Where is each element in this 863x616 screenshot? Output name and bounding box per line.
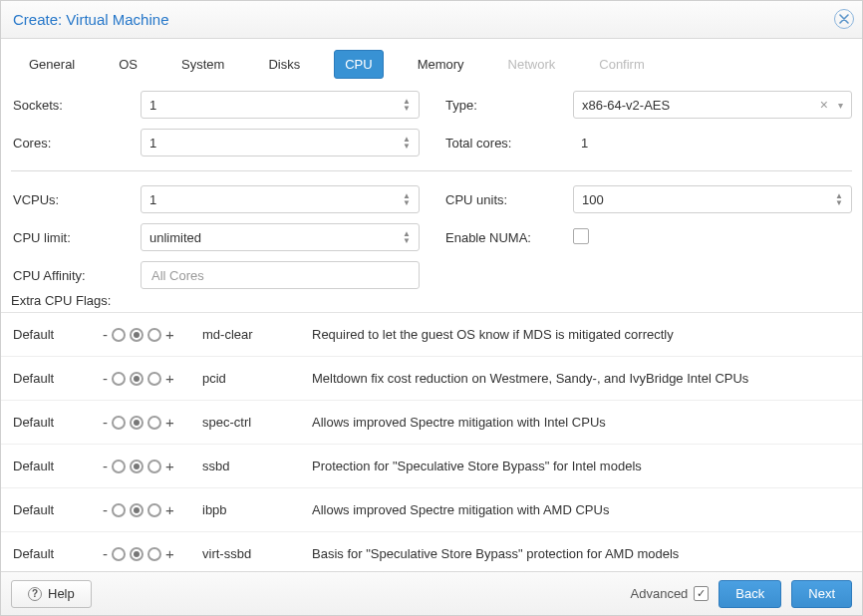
plus-icon: +: [165, 370, 174, 387]
flag-radio-on[interactable]: [147, 547, 161, 561]
flag-name: spec-ctrl: [202, 415, 312, 430]
close-icon[interactable]: [834, 9, 854, 29]
flag-radio-on[interactable]: [147, 328, 161, 342]
next-button[interactable]: Next: [791, 580, 852, 608]
input-vcpus[interactable]: 1 ▲▼: [141, 185, 420, 213]
back-button[interactable]: Back: [719, 580, 781, 608]
spinner-buttons-icon[interactable]: ▲▼: [835, 192, 843, 206]
flag-state-label: Default: [13, 371, 103, 386]
flag-description: Required to let the guest OS know if MDS…: [312, 326, 854, 344]
spinner-buttons-icon[interactable]: ▲▼: [403, 136, 411, 150]
flag-radio-off[interactable]: [112, 328, 126, 342]
flag-name: virt-ssbd: [202, 546, 312, 561]
flag-state-label: Default: [13, 502, 103, 517]
minus-icon: -: [103, 545, 108, 562]
input-cpu-units[interactable]: 100 ▲▼: [573, 185, 852, 213]
flag-tristate[interactable]: -+: [103, 370, 202, 387]
tab-memory[interactable]: Memory: [408, 51, 474, 78]
plus-icon: +: [165, 458, 174, 474]
plus-icon: +: [165, 545, 174, 562]
tab-cpu[interactable]: CPU: [334, 50, 383, 79]
flag-radio-default[interactable]: [130, 328, 144, 342]
flag-radio-off[interactable]: [112, 460, 126, 473]
flag-radio-off[interactable]: [112, 547, 126, 561]
flag-radio-off[interactable]: [112, 416, 126, 430]
advanced-label: Advanced: [631, 586, 689, 601]
input-cores[interactable]: 1 ▲▼: [141, 129, 420, 156]
flag-row: Default-+spec-ctrlAllows improved Spectr…: [1, 401, 862, 445]
flag-tristate[interactable]: -+: [103, 414, 202, 431]
label-vcpus: VCPUs:: [11, 192, 141, 207]
flag-radio-default[interactable]: [130, 416, 144, 430]
chevron-down-icon[interactable]: ▾: [838, 100, 843, 111]
flag-row: Default-+md-clearRequired to let the gue…: [1, 313, 862, 357]
minus-icon: -: [103, 501, 108, 518]
flag-name: ibpb: [202, 502, 312, 517]
plus-icon: +: [165, 414, 174, 431]
flag-radio-on[interactable]: [147, 503, 161, 517]
spinner-buttons-icon[interactable]: ▲▼: [403, 230, 411, 244]
dialog-body: Sockets: 1 ▲▼ Type: x86-64-v2-AES × ▾: [1, 79, 862, 571]
input-cores-value: 1: [149, 136, 156, 151]
label-cores: Cores:: [11, 136, 141, 151]
input-cpu-affinity[interactable]: [141, 261, 420, 289]
flag-row: Default-+virt-ssbdBasis for "Speculative…: [1, 532, 862, 571]
flag-tristate[interactable]: -+: [103, 545, 202, 562]
advanced-checkbox[interactable]: ✓: [694, 586, 709, 601]
tab-general[interactable]: General: [19, 51, 85, 78]
input-sockets[interactable]: 1 ▲▼: [141, 91, 420, 119]
flag-name: pcid: [202, 371, 312, 386]
flags-list[interactable]: Default-+md-clearRequired to let the gue…: [1, 312, 862, 571]
tab-os[interactable]: OS: [109, 51, 147, 78]
flag-radio-on[interactable]: [147, 416, 161, 430]
dialog-footer: ? Help Advanced ✓ Back Next: [1, 571, 862, 615]
input-type[interactable]: x86-64-v2-AES × ▾: [573, 91, 852, 119]
flag-tristate[interactable]: -+: [103, 326, 202, 343]
minus-icon: -: [103, 370, 108, 387]
question-icon: ?: [28, 587, 42, 601]
flag-tristate[interactable]: -+: [103, 501, 202, 518]
spinner-buttons-icon[interactable]: ▲▼: [403, 98, 411, 112]
flag-row: Default-+ssbdProtection for "Speculative…: [1, 445, 862, 488]
input-vcpus-value: 1: [149, 192, 156, 207]
flag-tristate[interactable]: -+: [103, 458, 202, 474]
label-type: Type:: [443, 98, 573, 113]
minus-icon: -: [103, 414, 108, 431]
value-total-cores: 1: [573, 129, 852, 156]
advanced-toggle[interactable]: Advanced ✓: [631, 586, 710, 601]
label-enable-numa: Enable NUMA:: [443, 230, 573, 245]
flag-radio-default[interactable]: [130, 460, 144, 473]
flag-radio-default[interactable]: [130, 503, 144, 517]
flag-radio-off[interactable]: [112, 372, 126, 386]
flag-radio-off[interactable]: [112, 503, 126, 517]
clear-icon[interactable]: ×: [820, 97, 828, 113]
flag-name: md-clear: [202, 327, 312, 342]
flag-radio-on[interactable]: [147, 372, 161, 386]
input-cpu-limit-value: unlimited: [149, 230, 201, 245]
label-sockets: Sockets:: [11, 98, 141, 113]
divider: [11, 170, 852, 171]
flag-description: Protection for "Speculative Store Bypass…: [312, 458, 854, 475]
minus-icon: -: [103, 458, 108, 474]
titlebar: Create: Virtual Machine: [1, 1, 862, 39]
cpu-basic-grid: Sockets: 1 ▲▼ Type: x86-64-v2-AES × ▾: [9, 87, 854, 160]
tab-system[interactable]: System: [171, 51, 234, 78]
input-cpu-affinity-field[interactable]: [149, 267, 411, 284]
flag-radio-on[interactable]: [147, 460, 161, 473]
help-button[interactable]: ? Help: [11, 580, 92, 608]
flag-state-label: Default: [13, 546, 103, 561]
minus-icon: -: [103, 326, 108, 343]
label-cpu-units: CPU units:: [443, 192, 573, 207]
spinner-buttons-icon[interactable]: ▲▼: [403, 192, 411, 206]
checkbox-enable-numa[interactable]: [573, 228, 589, 244]
flag-description: Basis for "Speculative Store Bypass" pro…: [312, 545, 854, 563]
flag-radio-default[interactable]: [130, 547, 144, 561]
input-cpu-limit[interactable]: unlimited ▲▼: [141, 223, 420, 251]
flag-radio-default[interactable]: [130, 372, 144, 386]
wizard-tabs: GeneralOSSystemDisksCPUMemoryNetworkConf…: [1, 39, 862, 79]
dialog-title: Create: Virtual Machine: [13, 11, 168, 28]
cpu-advanced-grid: VCPUs: 1 ▲▼ CPU units: 100 ▲▼ CPU limit:: [9, 181, 854, 293]
tab-disks[interactable]: Disks: [258, 51, 310, 78]
flag-state-label: Default: [13, 327, 103, 342]
label-total-cores: Total cores:: [443, 136, 573, 151]
